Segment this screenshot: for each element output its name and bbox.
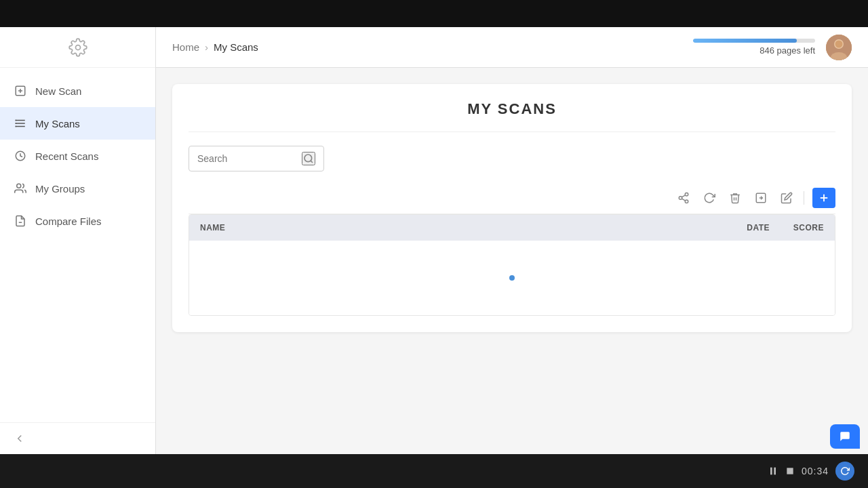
add-button[interactable] — [812, 188, 835, 208]
svg-point-17 — [304, 155, 312, 162]
svg-point-0 — [75, 45, 80, 49]
header: Home › My Scans 846 pages left — [156, 27, 868, 68]
loading-indicator — [509, 275, 515, 281]
recent-scans-icon — [14, 149, 27, 163]
svg-point-21 — [685, 200, 688, 203]
sidebar-label-compare-files: Compare Files — [35, 216, 102, 227]
scans-table: NAME DATE SCORE — [189, 214, 835, 316]
share-button[interactable] — [675, 189, 692, 207]
export-button[interactable] — [752, 189, 770, 207]
col-score-header: SCORE — [770, 223, 824, 232]
svg-point-9 — [15, 126, 16, 127]
pages-progress-bar — [693, 39, 815, 43]
col-name-header: NAME — [200, 223, 688, 232]
refresh-button[interactable] — [701, 189, 718, 207]
export-icon — [755, 192, 767, 204]
timer-display: 00:34 — [802, 466, 829, 476]
table-header: NAME DATE SCORE — [189, 215, 835, 241]
sidebar: New Scan My Scans — [0, 27, 156, 454]
timer-refresh-icon — [840, 466, 850, 476]
share-icon — [677, 192, 690, 204]
toolbar-separator — [804, 191, 804, 205]
svg-point-20 — [679, 197, 682, 200]
sidebar-label-recent-scans: Recent Scans — [35, 150, 98, 162]
svg-point-7 — [15, 120, 16, 121]
sidebar-bottom — [0, 422, 155, 454]
col-date-header: DATE — [688, 223, 770, 232]
avatar-image — [826, 35, 852, 60]
collapse-icon — [14, 432, 26, 445]
refresh-icon — [703, 192, 715, 204]
chat-icon — [839, 430, 851, 443]
bottom-bar: 00:34 — [0, 454, 868, 488]
pages-left-container: 846 pages left — [693, 39, 815, 56]
my-groups-icon — [14, 182, 27, 195]
sidebar-label-my-scans: My Scans — [35, 118, 80, 129]
add-icon — [818, 192, 830, 204]
breadcrumb-home[interactable]: Home — [172, 41, 199, 53]
pages-left-text: 846 pages left — [760, 45, 815, 56]
content-area: Home › My Scans 846 pages left — [156, 27, 868, 454]
breadcrumb-current: My Scans — [214, 41, 258, 53]
search-input[interactable] — [197, 153, 296, 164]
breadcrumb: Home › My Scans — [172, 41, 258, 53]
svg-line-22 — [682, 199, 685, 201]
compare-files-icon — [14, 214, 27, 228]
svg-rect-30 — [787, 468, 793, 474]
collapse-button[interactable] — [14, 432, 142, 445]
sidebar-item-my-groups[interactable]: My Groups — [0, 172, 155, 205]
my-scans-icon — [14, 117, 27, 130]
my-scans-card: MY SCANS — [172, 84, 852, 332]
card-title: MY SCANS — [189, 100, 835, 132]
search-button[interactable] — [302, 152, 315, 165]
pause-icon — [768, 466, 778, 476]
svg-point-19 — [685, 193, 688, 197]
toolbar — [189, 182, 835, 214]
edit-button[interactable] — [778, 189, 795, 207]
svg-line-18 — [311, 161, 313, 163]
stop-button[interactable] — [785, 466, 795, 476]
search-container — [189, 146, 835, 171]
app-logo-icon — [68, 38, 87, 57]
timer-refresh-button[interactable] — [835, 462, 854, 481]
search-icon — [303, 153, 314, 164]
edit-icon — [781, 192, 793, 204]
sidebar-item-recent-scans[interactable]: Recent Scans — [0, 140, 155, 172]
svg-line-23 — [682, 195, 685, 197]
svg-point-11 — [17, 184, 21, 188]
search-input-wrap — [189, 146, 324, 171]
pause-button[interactable] — [768, 466, 778, 476]
breadcrumb-separator: › — [205, 41, 208, 53]
main-content: MY SCANS — [156, 68, 868, 454]
svg-rect-28 — [770, 468, 772, 475]
delete-icon — [729, 192, 741, 204]
top-bar — [0, 0, 868, 27]
svg-point-8 — [15, 123, 16, 124]
sidebar-label-my-groups: My Groups — [35, 183, 85, 195]
new-scan-icon — [14, 84, 27, 98]
svg-point-16 — [835, 40, 843, 47]
delete-button[interactable] — [726, 189, 744, 207]
sidebar-label-new-scan: New Scan — [35, 85, 81, 97]
sidebar-nav: New Scan My Scans — [0, 68, 155, 422]
header-right: 846 pages left — [693, 35, 852, 60]
svg-rect-29 — [774, 468, 776, 475]
pages-progress-fill — [693, 39, 797, 43]
sidebar-item-compare-files[interactable]: Compare Files — [0, 205, 155, 237]
sidebar-item-my-scans[interactable]: My Scans — [0, 107, 155, 140]
avatar[interactable] — [826, 35, 852, 60]
avatar-svg — [826, 35, 852, 60]
chat-bubble[interactable] — [830, 424, 860, 449]
sidebar-item-new-scan[interactable]: New Scan — [0, 75, 155, 107]
table-body — [189, 241, 835, 315]
stop-icon — [785, 466, 795, 476]
sidebar-logo — [0, 27, 155, 68]
